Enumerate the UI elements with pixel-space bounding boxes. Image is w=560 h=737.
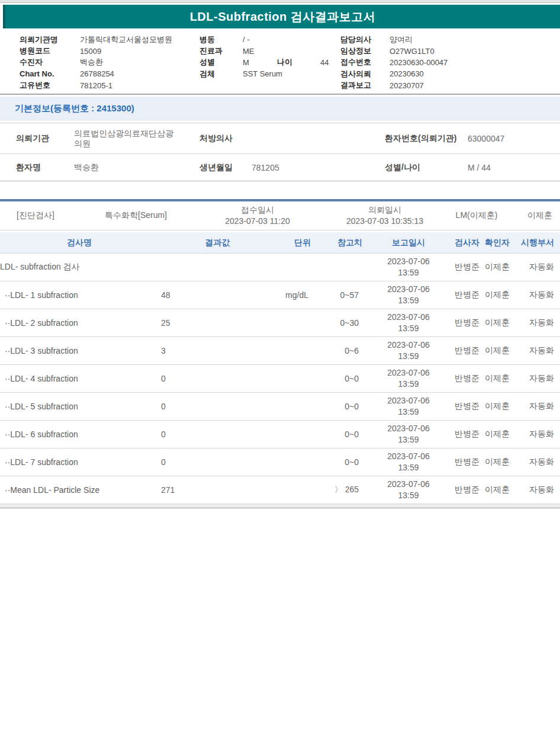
- cell-verifier: 이제훈: [481, 318, 514, 328]
- field-label: 접수번호: [340, 57, 390, 68]
- field-label: 결과보고: [340, 80, 390, 91]
- col-header-result: 결과값: [159, 238, 231, 248]
- test-name-text: ··LDL- 1 subfraction: [0, 290, 78, 300]
- test-name-text: ··LDL- 6 subfraction: [0, 430, 78, 439]
- test-info-row: [진단검사] 특수화학[Serum] 접수일시 2023-07-03 11:20…: [0, 201, 560, 230]
- field-value: M: [243, 58, 277, 67]
- header-column-right: 담당의사양여리임상정보O27WG1LT0접수번호20230630-00047검사…: [340, 34, 448, 91]
- header-field-row: 성별M나이44: [199, 57, 329, 68]
- test-name-text: ··LDL- 5 subfraction: [0, 402, 78, 411]
- header-column-left: 의뢰기관명가톨릭대학교서울성모병원병원코드15009수진자백승환Chart No…: [20, 34, 172, 91]
- cell-department: 자동화: [514, 457, 560, 467]
- cell-tester: 반병준: [453, 345, 481, 356]
- cell-test-name: ··LDL- 1 subfraction: [0, 290, 159, 300]
- field-value: 백승환: [80, 57, 103, 68]
- cell-verifier: 이제훈: [481, 429, 514, 440]
- cell-department: 자동화: [514, 290, 560, 300]
- receipt-datetime-block: 접수일시 2023-07-03 11:20: [210, 204, 305, 227]
- cell-verifier: 이제훈: [481, 401, 514, 412]
- request-label: 의뢰일시: [329, 204, 441, 216]
- cell-test-name: ··LDL- 3 subfraction: [0, 346, 159, 355]
- field-label: 담당의사: [340, 34, 390, 45]
- field-label: 성별/나이: [385, 162, 468, 173]
- result-row: ··LDL- 4 subfraction00~02023-07-0613:59반…: [0, 365, 560, 393]
- cell-verifier: 이제훈: [481, 373, 514, 384]
- test-name-text: ··LDL- 4 subfraction: [0, 374, 78, 383]
- cell-tester: 반병준: [453, 401, 481, 412]
- header-divider: [0, 94, 560, 95]
- field-label: 처방의사: [199, 133, 252, 144]
- basic-info-section-title: 기본정보(등록번호 : 2415300): [15, 103, 134, 114]
- cell-test-name: ··LDL- 5 subfraction: [0, 402, 159, 411]
- field-value: SST Serum: [243, 69, 282, 78]
- receipt-datetime: 2023-07-03 11:20: [210, 216, 305, 227]
- field-value: 20230707: [390, 81, 424, 90]
- field-value: 가톨릭대학교서울성모병원: [80, 34, 172, 45]
- report-date: 2023-07-06: [363, 451, 453, 462]
- field-label: 환자명: [16, 162, 74, 173]
- report-time: 13:59: [363, 323, 453, 334]
- field-label: 진료과: [199, 46, 243, 56]
- report-time: 13:59: [363, 295, 453, 306]
- col-header-report-datetime: 보고일시: [363, 237, 453, 248]
- test-name-text: ··LDL- 2 subfraction: [0, 318, 78, 328]
- cell-reference: 0~0: [312, 402, 363, 411]
- header-field-row: 고유번호781205-1: [20, 80, 172, 91]
- field-value-text: M / 44: [468, 163, 491, 172]
- field-label: 의뢰기관명: [20, 34, 80, 45]
- cell-department: 자동화: [514, 345, 560, 356]
- results-table: 검사명결과값단위참고치보고일시검사자확인자시행부서LDL- subfractio…: [0, 232, 560, 508]
- cell-reference: 0~57: [312, 290, 363, 300]
- lab-section: LM(이제훈): [448, 201, 505, 230]
- result-row: ··LDL- 1 subfraction48mg/dL0~572023-07-0…: [0, 281, 560, 309]
- cell-reference: 〉 265: [312, 485, 363, 495]
- test-name-text: ··Mean LDL- Particle Size: [0, 485, 99, 495]
- cell-reference: 0~6: [312, 346, 363, 355]
- cell-test-name: ··LDL- 4 subfraction: [0, 374, 159, 383]
- cell-report-datetime: 2023-07-0613:59: [363, 256, 453, 278]
- cell-verifier: 이제훈: [481, 485, 514, 495]
- result-row: ··LDL- 7 subfraction00~02023-07-0613:59반…: [0, 448, 560, 476]
- cell-test-name: ··LDL- 2 subfraction: [0, 318, 159, 328]
- cell-tester: 반병준: [453, 457, 481, 467]
- report-date: 2023-07-06: [363, 339, 453, 351]
- report-time: 13:59: [363, 462, 453, 473]
- report-time: 13:59: [363, 490, 453, 501]
- field-label: Chart No.: [20, 69, 80, 78]
- field-label: 의뢰기관: [16, 133, 74, 144]
- cell-report-datetime: 2023-07-0613:59: [363, 395, 453, 418]
- field-value: 63000047: [468, 134, 560, 143]
- header-field-row: 검사의뢰20230630: [340, 68, 448, 79]
- report-date: 2023-07-06: [363, 367, 453, 379]
- report-date: 2023-07-06: [363, 256, 453, 267]
- field-label: 검체: [199, 69, 243, 79]
- field-label: 성별: [199, 57, 243, 68]
- cell-department: 자동화: [514, 373, 560, 384]
- col-header-reference: 참고치: [312, 238, 363, 248]
- field-value: M / 44: [468, 163, 560, 172]
- header-field-row: 담당의사양여리: [340, 34, 448, 45]
- header-field-row: 병원코드15009: [20, 45, 172, 56]
- cell-department: 자동화: [514, 401, 560, 412]
- header-field-row: Chart No.26788254: [20, 68, 172, 79]
- cell-reference: 0~0: [312, 374, 363, 383]
- cell-report-datetime: 2023-07-0613:59: [363, 479, 453, 501]
- col-header-verifier: 확인자: [481, 238, 514, 248]
- report-time: 13:59: [363, 351, 453, 362]
- cell-result: 0: [159, 374, 231, 383]
- header-field-row: 수진자백승환: [20, 57, 172, 68]
- field-value: 781205-1: [80, 81, 112, 90]
- field-value: O27WG1LT0: [390, 47, 435, 56]
- result-row: ··LDL- 5 subfraction00~02023-07-0613:59반…: [0, 393, 560, 421]
- cell-test-name: ··Mean LDL- Particle Size: [0, 485, 159, 495]
- cell-report-datetime: 2023-07-0613:59: [363, 312, 453, 334]
- col-header-unit: 단위: [231, 238, 312, 248]
- cell-department: 자동화: [514, 318, 560, 328]
- field-label: 임상정보: [340, 46, 390, 56]
- report-date: 2023-07-06: [363, 479, 453, 490]
- result-row: ··LDL- 3 subfraction30~62023-07-0613:59반…: [0, 337, 560, 365]
- cell-result: 0: [159, 430, 231, 439]
- cell-reference: 0~0: [312, 430, 363, 439]
- cell-department: 자동화: [514, 262, 560, 273]
- col-header-department: 시행부서: [514, 238, 560, 248]
